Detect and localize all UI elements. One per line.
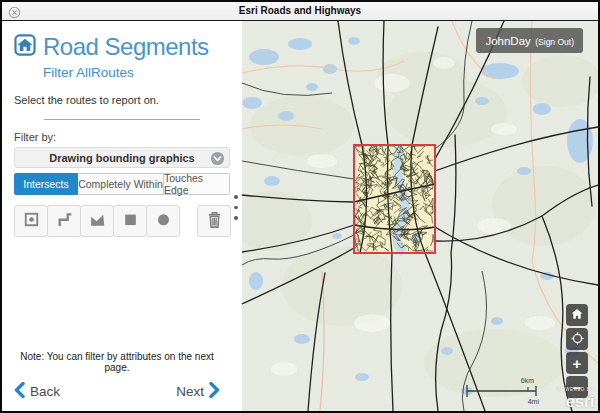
chevron-right-icon [209,382,220,401]
back-button[interactable]: Back [14,382,60,401]
polyline-tool-button[interactable] [47,205,81,237]
rectangle-tool-button[interactable] [113,205,147,237]
draw-toolbar [14,205,230,237]
road-segments-panel: Road Segments Filter AllRoutes Select th… [2,21,232,411]
filter-by-label: Filter by: [14,131,230,143]
rectangle-tool-icon [122,211,139,231]
page-description: Select the routes to report on. [14,94,230,106]
home-icon [14,34,36,60]
polygon-tool-icon [89,211,106,231]
user-name: JohnDay [485,35,530,47]
zoom-in-button[interactable]: + [566,352,588,374]
sign-out-link[interactable]: (Sign Out) [535,37,574,47]
divider [44,119,200,120]
user-button[interactable]: JohnDay (Sign Out) [476,28,583,53]
map-scalebar: 6km 4mi [464,377,542,405]
chevron-left-icon [14,382,25,401]
home-extent-button[interactable] [566,304,588,326]
panel-resize-gutter [232,21,242,411]
next-button[interactable]: Next [176,382,220,401]
filter-dropdown[interactable]: Drawing bounding graphics [14,147,230,168]
back-label: Back [30,384,60,399]
map-controls: + − [566,304,588,398]
tab-completely-within[interactable]: Completely Within [78,173,164,195]
note-text: Note: You can filter by attributes on th… [14,351,230,373]
esri-logo-text: esri [566,392,594,411]
filter-dropdown-value: Drawing bounding graphics [49,152,194,164]
plus-icon: + [573,356,582,371]
locate-button[interactable] [566,328,588,350]
chevron-down-icon [210,151,225,170]
polygon-tool-button[interactable] [80,205,114,237]
basemap [242,21,598,411]
polyline-tool-icon [56,211,73,231]
tab-touches-edge[interactable]: Touches Edge [164,173,230,195]
scalebar-mi-label: 4mi [528,398,539,405]
page-subtitle: Filter AllRoutes [43,65,230,80]
point-tool-icon [23,211,40,231]
clear-graphics-button[interactable] [197,205,231,237]
tab-intersects[interactable]: Intersects [14,173,78,195]
wizard-nav: Back Next [14,382,230,401]
app-window: Esri Roads and Highways Road Segments Fi… [0,0,600,413]
scalebar-km-label: 6km [521,377,534,384]
trash-icon [206,210,223,232]
locate-icon [570,331,585,348]
page-title: Road Segments [43,33,209,61]
circle-tool-icon [155,211,172,231]
point-tool-button[interactable] [14,205,48,237]
circle-tool-button[interactable] [146,205,180,237]
window-title: Esri Roads and Highways [2,5,598,16]
next-label: Next [176,384,204,399]
esri-attribution: POWERED BY esri [557,388,594,411]
home-extent-icon [570,307,584,323]
drag-handle[interactable] [234,195,238,220]
title-bar: Esri Roads and Highways [2,2,598,21]
spatial-relation-tabs: Intersects Completely Within Touches Edg… [14,173,230,195]
map-canvas[interactable]: JohnDay (Sign Out) + − 6km [242,21,598,411]
